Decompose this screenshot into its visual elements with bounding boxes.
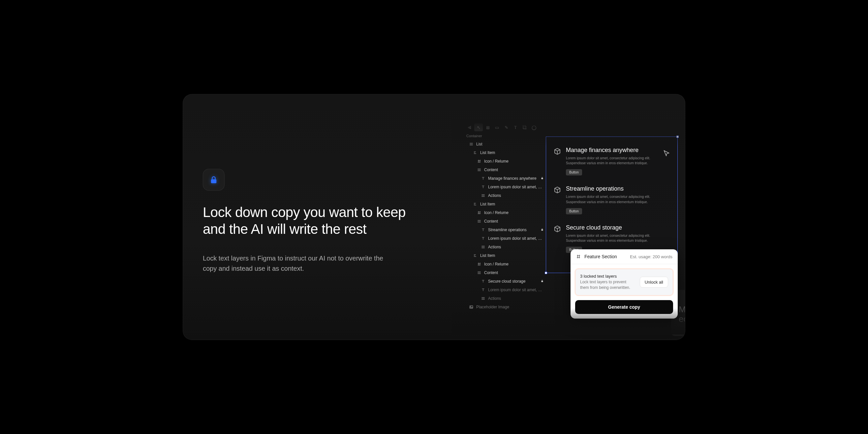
layer-row[interactable]: Streamline operations xyxy=(465,225,546,234)
layer-label: List Item xyxy=(480,150,544,155)
feature-item: Streamline operationsLorem ipsum dolor s… xyxy=(553,185,672,214)
hero-headline: Lock down copy you want to keep and the … xyxy=(203,204,421,238)
layer-row[interactable]: Content xyxy=(465,269,546,277)
popover-estimate: Est. usage: 200 words xyxy=(630,254,673,259)
layer-label: Lorem ipsum dolor sit amet, conse… xyxy=(488,236,544,241)
layer-label: List Item xyxy=(480,253,544,258)
selection-handle-icon[interactable] xyxy=(545,272,547,274)
feature-description: Lorem ipsum dolor sit amet, consectetur … xyxy=(566,194,655,204)
cursor-icon xyxy=(663,150,670,157)
layer-label: Content xyxy=(484,219,544,224)
comment-tool-icon[interactable]: ◯ xyxy=(530,123,538,131)
layer-row[interactable]: Actions xyxy=(465,243,546,251)
layer-label: Streamline operations xyxy=(488,227,538,232)
lock-badge xyxy=(203,169,225,191)
layer-label: Placeholder Image xyxy=(476,305,544,309)
align-icon xyxy=(473,202,477,207)
selection-handle-icon[interactable] xyxy=(676,135,679,138)
feature-button[interactable]: Button xyxy=(566,208,582,214)
layer-row[interactable]: Content xyxy=(465,217,546,225)
svg-rect-0 xyxy=(211,179,216,183)
layer-row[interactable]: Icon / Relume xyxy=(465,157,546,165)
locked-heading: 3 locked text layers xyxy=(580,274,633,279)
bars-icon xyxy=(481,193,486,198)
layer-row[interactable]: List Item xyxy=(465,200,546,209)
layer-row[interactable]: Lorem ipsum dolor sit amet, conse… xyxy=(465,183,546,191)
layer-label: Manage finances anywhere xyxy=(488,176,538,181)
feature-button[interactable]: Button xyxy=(566,169,582,176)
bars-icon xyxy=(481,245,486,249)
bars-icon xyxy=(477,167,482,172)
text-icon xyxy=(481,176,486,181)
layer-label: Lorem ipsum dolor sit amet, conse… xyxy=(488,287,544,292)
svg-rect-4 xyxy=(470,306,473,308)
frame-tool-icon[interactable]: ⊞ xyxy=(484,123,492,131)
align-icon xyxy=(473,253,477,258)
image-icon xyxy=(469,305,473,309)
feature-title: Manage finances anywhere xyxy=(566,147,655,154)
lock-icon xyxy=(540,177,544,180)
layer-row[interactable]: Placeholder Image xyxy=(465,303,546,311)
hash-icon xyxy=(477,262,482,267)
layer-row[interactable]: List Item xyxy=(465,148,546,157)
generate-copy-button[interactable]: Generate copy xyxy=(575,300,673,314)
popover-title: Feature Section xyxy=(584,254,627,259)
svg-rect-3 xyxy=(541,281,543,282)
text-icon xyxy=(481,279,486,284)
move-tool-icon[interactable]: ↖ xyxy=(474,123,483,131)
hero-content: Lock down copy you want to keep and the … xyxy=(203,169,434,274)
layer-row[interactable]: Content xyxy=(465,165,546,174)
text-icon xyxy=(481,236,486,241)
feature-description: Lorem ipsum dolor sit amet, consectetur … xyxy=(566,156,655,165)
bars-icon xyxy=(477,271,482,275)
layer-label: Actions xyxy=(488,296,544,301)
layer-row[interactable]: List Item xyxy=(465,251,546,260)
layer-row[interactable]: Secure cloud storage xyxy=(465,277,546,286)
cube-icon xyxy=(553,147,561,155)
feature-item: Manage finances anywhereLorem ipsum dolo… xyxy=(553,147,672,176)
layer-row[interactable]: Icon / Relume xyxy=(465,260,546,269)
figma-context: ⫷ ↖ ⊞ ▭ ✎ T ⿻ ◯ Container ListList ItemI… xyxy=(465,123,685,328)
layer-row[interactable]: Actions xyxy=(465,191,546,200)
layers-root-label: Container xyxy=(466,134,546,138)
figma-toolbar: ⫷ ↖ ⊞ ▭ ✎ T ⿻ ◯ xyxy=(465,123,546,131)
ai-popover: Feature Section Est. usage: 200 words 3 … xyxy=(570,249,678,318)
locked-description: Lock text layers to prevent them from be… xyxy=(580,279,633,290)
layer-row[interactable]: List xyxy=(465,140,546,148)
feature-item: Secure cloud storageLorem ipsum dolor si… xyxy=(553,224,672,253)
layer-row[interactable]: Actions xyxy=(465,294,546,303)
align-left-icon[interactable]: ⫷ xyxy=(465,123,473,131)
feature-title: Streamline operations xyxy=(566,185,655,192)
cube-icon xyxy=(553,225,561,233)
hash-icon xyxy=(477,159,482,163)
layer-label: Actions xyxy=(488,245,544,249)
layer-label: Secure cloud storage xyxy=(488,279,538,284)
component-tool-icon[interactable]: ⿻ xyxy=(520,123,529,131)
lock-icon xyxy=(209,175,218,184)
align-icon xyxy=(473,150,477,155)
hash-icon xyxy=(477,210,482,215)
text-icon xyxy=(481,227,486,232)
layer-row[interactable]: Manage finances anywhere xyxy=(465,174,546,183)
shape-tool-icon[interactable]: ▭ xyxy=(493,123,501,131)
lock-icon xyxy=(540,228,544,232)
bars-icon xyxy=(481,296,486,301)
layer-label: Icon / Relume xyxy=(484,159,544,163)
svg-rect-1 xyxy=(541,178,543,179)
unlock-all-button[interactable]: Unlock all xyxy=(640,277,668,287)
layer-row[interactable]: Lorem ipsum dolor sit amet, conse… xyxy=(465,286,546,294)
pen-tool-icon[interactable]: ✎ xyxy=(502,123,510,131)
hash-icon xyxy=(576,254,581,259)
cube-icon xyxy=(553,186,561,194)
locked-layers-notice: 3 locked text layers Lock text layers to… xyxy=(575,269,673,296)
layer-label: List xyxy=(476,142,544,147)
text-tool-icon[interactable]: T xyxy=(511,123,520,131)
layer-label: Lorem ipsum dolor sit amet, conse… xyxy=(488,185,544,189)
hero-subhead: Lock text layers in Figma to instruct ou… xyxy=(203,253,388,274)
feature-card: Lock down copy you want to keep and the … xyxy=(183,94,685,340)
background-text: Medi ect xyxy=(679,305,685,323)
layers-panel: ⫷ ↖ ⊞ ▭ ✎ T ⿻ ◯ Container ListList ItemI… xyxy=(465,123,546,311)
layer-row[interactable]: Lorem ipsum dolor sit amet, conse… xyxy=(465,234,546,243)
text-icon xyxy=(481,185,486,189)
layer-row[interactable]: Icon / Relume xyxy=(465,209,546,217)
